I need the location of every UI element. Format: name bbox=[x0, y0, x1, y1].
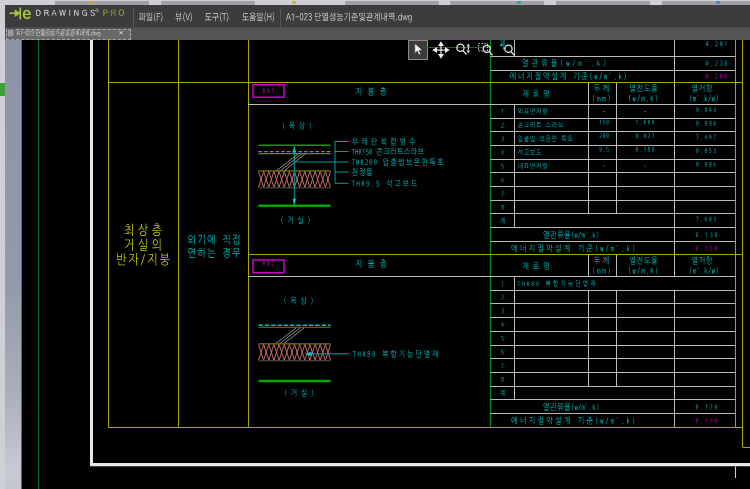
document-tab-bar bbox=[5, 27, 750, 41]
toolbar-zoom-window-button[interactable] bbox=[487, 40, 507, 60]
background-tab-favicon bbox=[292, 1, 296, 4]
tab-close-button[interactable] bbox=[120, 29, 129, 39]
background-tab-favicon bbox=[716, 1, 720, 4]
menu-separator-right bbox=[280, 8, 281, 28]
document-tab-active[interactable] bbox=[6, 29, 131, 41]
background-tab-favicon bbox=[90, 1, 94, 4]
background-scrollbar[interactable] bbox=[5, 40, 22, 489]
menu-separator-left bbox=[133, 8, 134, 28]
drawing-viewport[interactable] bbox=[22, 40, 750, 489]
toolbar-select-button[interactable] bbox=[408, 40, 428, 60]
edrawings-window: 파일(F)뷰(V)도구(T)도움말(H)A1-023 단열성능기준및관계내역.d… bbox=[0, 0, 750, 489]
toolbar-zoom-fit-button[interactable] bbox=[509, 40, 529, 60]
title-bar bbox=[5, 5, 750, 27]
toolbar-pan-button[interactable] bbox=[431, 40, 451, 60]
background-tab-favicon bbox=[517, 1, 521, 4]
toolbar-zoom-button[interactable] bbox=[462, 40, 482, 60]
